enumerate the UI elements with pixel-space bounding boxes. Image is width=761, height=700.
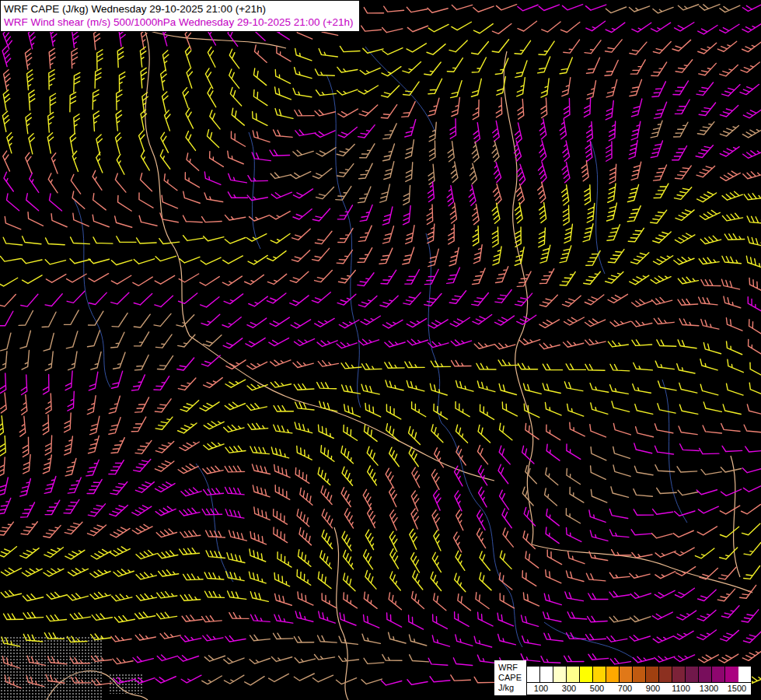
legend-tick-label: 1100 — [667, 683, 695, 695]
legend-tick-label: 900 — [639, 683, 667, 695]
legend-color-cell — [540, 667, 553, 682]
legend-color-cell — [725, 667, 738, 682]
legend-color-cell — [620, 667, 633, 682]
legend-body: 100300500700900110013001500 — [526, 666, 752, 695]
wrf-map: WRF CAPE (J/kg) Wednesday 29-10-2025 21:… — [0, 0, 761, 700]
legend-color-cell — [593, 667, 606, 682]
legend-color-cell — [646, 667, 659, 682]
title-box: WRF CAPE (J/kg) Wednesday 29-10-2025 21:… — [0, 0, 360, 32]
legend-tick-label: 100 — [527, 683, 555, 695]
legend-color-cell — [567, 667, 580, 682]
legend-ticks: 100300500700900110013001500 — [526, 683, 752, 695]
legend-tick-label: 700 — [611, 683, 639, 695]
legend-label-box: WRF CAPE J/kg — [494, 660, 526, 695]
legend-color-cell — [606, 667, 620, 682]
legend-color-cell — [699, 667, 712, 682]
title-line-cape: WRF CAPE (J/kg) Wednesday 29-10-2025 21:… — [4, 2, 354, 16]
title-line-shear: WRF Wind shear (m/s) 500/1000hPa Wednesd… — [4, 16, 354, 29]
legend-color-cell — [672, 667, 686, 682]
legend-param-label: CAPE — [498, 673, 522, 683]
legend-unit-label: J/kg — [498, 683, 522, 693]
legend-tick-label: 1300 — [695, 683, 723, 695]
legend-tick-label: 1500 — [723, 683, 751, 695]
legend-color-cell — [686, 667, 699, 682]
legend-color-cell — [527, 667, 540, 682]
legend-color-cell — [580, 667, 593, 682]
legend-color-cell — [712, 667, 725, 682]
legend-color-cell — [633, 667, 646, 682]
legend-colorbar — [526, 666, 752, 683]
legend-color-cell — [659, 667, 672, 682]
legend-tick-label: 300 — [555, 683, 583, 695]
barb-canvas — [0, 0, 761, 700]
legend-tick-label: 500 — [583, 683, 611, 695]
legend-color-cell — [553, 667, 567, 682]
legend-model-label: WRF — [498, 663, 522, 673]
cape-legend: WRF CAPE J/kg 10030050070090011001300150… — [494, 660, 752, 695]
